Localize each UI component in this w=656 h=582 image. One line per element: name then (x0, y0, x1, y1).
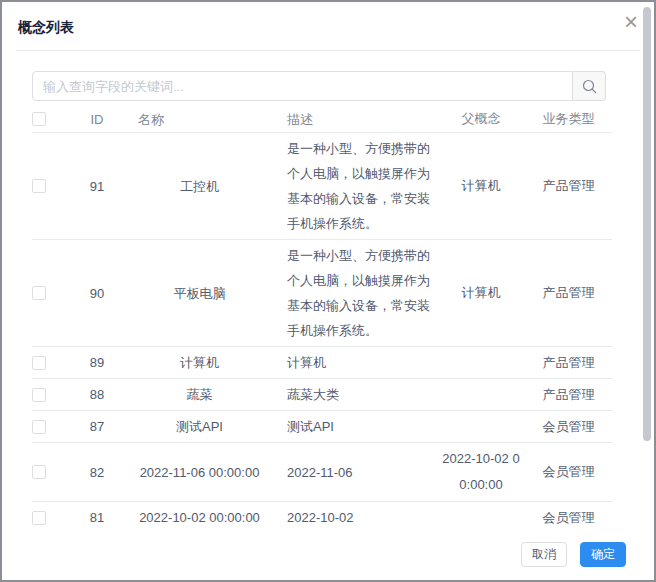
cell-type: 产品管理 (525, 284, 612, 302)
cell-name: 蔬菜 (122, 382, 277, 407)
cell-desc: 蔬菜大类 (277, 382, 437, 407)
concept-table: ID 名称 描述 父概念 业务类型 91 工控机 是一种小型、方便携带的个人电脑… (32, 106, 612, 529)
column-header-type: 业务类型 (525, 110, 612, 128)
scrollbar-track[interactable] (643, 7, 651, 487)
cell-name: 2022-10-02 00:00:00 (122, 505, 277, 529)
cell-id: 91 (72, 179, 122, 194)
modal-title: 概念列表 (18, 19, 74, 37)
cell-id: 82 (72, 465, 122, 480)
cell-type: 会员管理 (525, 418, 612, 436)
row-checkbox[interactable] (32, 179, 46, 193)
row-select-cell (32, 388, 72, 402)
confirm-button[interactable]: 确定 (580, 542, 626, 567)
search-bar (32, 71, 606, 101)
table-header-row: ID 名称 描述 父概念 业务类型 (32, 106, 612, 133)
cell-desc: 是一种小型、方便携带的个人电脑，以触摸屏作为基本的输入设备，常安装手机操作系统。 (277, 243, 437, 343)
cell-name: 工控机 (122, 174, 277, 199)
cell-desc: 2022-11-06 (277, 460, 437, 485)
cell-type: 会员管理 (525, 509, 612, 527)
cell-type: 产品管理 (525, 354, 612, 372)
modal-body: ID 名称 描述 父概念 业务类型 91 工控机 是一种小型、方便携带的个人电脑… (2, 53, 654, 529)
cell-type: 会员管理 (525, 463, 612, 481)
row-checkbox[interactable] (32, 511, 46, 525)
cell-desc: 测试API (277, 414, 437, 439)
cancel-button[interactable]: 取消 (521, 542, 567, 567)
cell-id: 88 (72, 387, 122, 402)
table-row: 82 2022-11-06 00:00:00 2022-11-06 2022-1… (32, 443, 612, 502)
row-checkbox[interactable] (32, 286, 46, 300)
search-input[interactable] (32, 71, 573, 101)
cell-type: 产品管理 (525, 177, 612, 195)
row-select-cell (32, 465, 72, 479)
concept-list-modal: 概念列表 × ID 名称 描述 父 (0, 0, 656, 582)
row-select-cell (32, 179, 72, 193)
table-body: 91 工控机 是一种小型、方便携带的个人电脑，以触摸屏作为基本的输入设备，常安装… (32, 133, 612, 529)
row-checkbox[interactable] (32, 420, 46, 434)
cell-parent: 计算机 (437, 280, 525, 306)
select-all-checkbox[interactable] (32, 112, 46, 126)
cell-id: 90 (72, 286, 122, 301)
select-all-cell (32, 112, 72, 126)
row-select-cell (32, 511, 72, 525)
cell-desc: 计算机 (277, 350, 437, 375)
table-row: 90 平板电脑 是一种小型、方便携带的个人电脑，以触摸屏作为基本的输入设备，常安… (32, 240, 612, 347)
table-row: 81 2022-10-02 00:00:00 2022-10-02 会员管理 (32, 502, 612, 529)
column-header-desc: 描述 (277, 107, 437, 132)
row-select-cell (32, 286, 72, 300)
cell-id: 87 (72, 419, 122, 434)
table-row: 91 工控机 是一种小型、方便携带的个人电脑，以触摸屏作为基本的输入设备，常安装… (32, 133, 612, 240)
search-button[interactable] (573, 71, 606, 101)
magnifier-icon (581, 78, 598, 95)
table-row: 89 计算机 计算机 产品管理 (32, 347, 612, 379)
modal-header: 概念列表 × (16, 2, 640, 51)
row-select-cell (32, 356, 72, 370)
scrollbar-thumb[interactable] (643, 7, 651, 441)
row-select-cell (32, 420, 72, 434)
cell-parent: 2022-10-02 00:00:00 (437, 446, 525, 498)
row-checkbox[interactable] (32, 465, 46, 479)
cell-parent: 计算机 (437, 173, 525, 199)
cell-desc: 2022-10-02 (277, 505, 437, 529)
cell-name: 2022-11-06 00:00:00 (122, 460, 277, 485)
table-row: 87 测试API 测试API 会员管理 (32, 411, 612, 443)
cell-type: 产品管理 (525, 386, 612, 404)
cell-name: 计算机 (122, 350, 277, 375)
cell-name: 平板电脑 (122, 281, 277, 306)
table-row: 88 蔬菜 蔬菜大类 产品管理 (32, 379, 612, 411)
column-header-parent: 父概念 (437, 106, 525, 132)
column-header-name: 名称 (122, 107, 277, 132)
cell-id: 89 (72, 355, 122, 370)
close-icon[interactable]: × (624, 10, 638, 34)
column-header-id: ID (72, 112, 122, 127)
cell-desc: 是一种小型、方便携带的个人电脑，以触摸屏作为基本的输入设备，常安装手机操作系统。 (277, 136, 437, 236)
cell-name: 测试API (122, 414, 277, 439)
row-checkbox[interactable] (32, 356, 46, 370)
modal-footer: 取消 确定 (2, 529, 654, 580)
row-checkbox[interactable] (32, 388, 46, 402)
cell-id: 81 (72, 510, 122, 525)
